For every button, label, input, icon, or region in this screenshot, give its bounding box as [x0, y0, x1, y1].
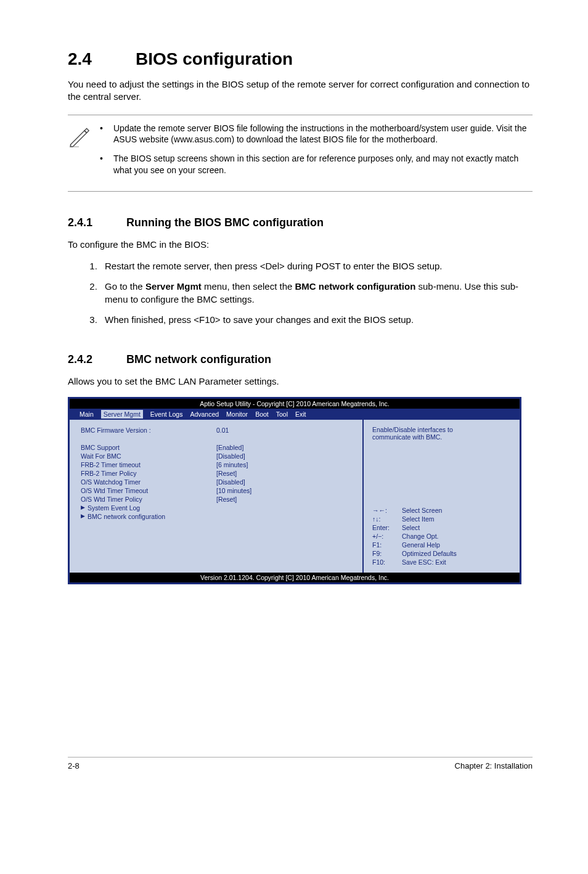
paragraph: To configure the BMC in the BIOS:: [68, 239, 533, 251]
bios-key-hint: Enter:Select: [372, 523, 511, 532]
section-title: BIOS configuration: [136, 49, 293, 68]
step-item: Restart the remote server, then press <D…: [100, 259, 533, 272]
triangle-icon: ▶: [81, 513, 85, 520]
bios-menu-item-selected[interactable]: Server Mgmt: [101, 410, 143, 419]
page-footer: 2-8 Chapter 2: Installation: [68, 757, 533, 770]
step-item: When finished, press <F10> to save your …: [100, 313, 533, 326]
bios-key-hint: F9:Optimized Defaults: [372, 549, 511, 558]
bios-help-text: Enable/Disable interfaces to: [372, 426, 511, 433]
bios-title-bar: Aptio Setup Utility - Copyright [C] 2010…: [70, 399, 520, 409]
steps-list: Restart the remote server, then press <D…: [68, 259, 533, 326]
bios-left-pane: BMC Firmware Version :0.01 BMC Support[E…: [70, 420, 364, 573]
subsection-heading: 2.4.1Running the BIOS BMC configuration: [68, 216, 533, 229]
page-number: 2-8: [68, 761, 80, 770]
bios-screenshot: Aptio Setup Utility - Copyright [C] 2010…: [68, 397, 521, 584]
note-item: The BIOS setup screens shown in this sec…: [113, 153, 533, 176]
bios-key-hint: ↑↓:Select Item: [372, 515, 511, 523]
bios-key-hint: F10:Save ESC: Exit: [372, 558, 511, 566]
bios-key-hint: F1:General Help: [372, 541, 511, 549]
bios-menu-item[interactable]: Advanced: [190, 410, 219, 418]
bios-setting-row[interactable]: BMC Firmware Version :0.01: [81, 426, 362, 435]
subsection-number: 2.4.2: [68, 353, 126, 366]
bios-setting-row[interactable]: BMC Support[Enabled]: [81, 443, 362, 452]
bios-menu-item[interactable]: Tool: [276, 410, 288, 418]
pencil-icon: [68, 123, 95, 150]
bios-setting-row[interactable]: Wait For BMC[Disabled]: [81, 452, 362, 460]
step-item: Go to the Server Mgmt menu, then select …: [100, 280, 533, 306]
bios-submenu-item[interactable]: ▶System Event Log: [81, 504, 362, 512]
bios-menu-item[interactable]: Exit: [295, 410, 306, 418]
bios-menu-item[interactable]: Event Logs: [150, 410, 183, 418]
bios-setting-row[interactable]: O/S Watchdog Timer[Disabled]: [81, 478, 362, 486]
bios-menu-item[interactable]: Main: [80, 410, 94, 418]
section-number: 2.4: [68, 49, 136, 69]
bios-setting-row[interactable]: FRB-2 Timer timeout[6 minutes]: [81, 460, 362, 469]
bios-key-hint: →←:Select Screen: [372, 506, 511, 515]
intro-paragraph: You need to adjust the settings in the B…: [68, 78, 533, 104]
subsection-heading: 2.4.2BMC network configuration: [68, 353, 533, 366]
bios-key-hint: +/−:Change Opt.: [372, 532, 511, 541]
note-block: Update the remote server BIOS file follo…: [68, 115, 533, 192]
bios-setting-row[interactable]: FRB-2 Timer Policy[Reset]: [81, 469, 362, 478]
bios-menu-bar: MainServer MgmtEvent LogsAdvancedMonitor…: [70, 409, 520, 420]
triangle-icon: ▶: [81, 504, 85, 512]
chapter-label: Chapter 2: Installation: [455, 761, 533, 770]
section-heading: 2.4BIOS configuration: [68, 49, 533, 69]
bios-setting-row[interactable]: O/S Wtd Timer Policy[Reset]: [81, 495, 362, 504]
bios-menu-item[interactable]: Monitor: [226, 410, 248, 418]
subsection-number: 2.4.1: [68, 216, 126, 229]
bios-footer-bar: Version 2.01.1204. Copyright [C] 2010 Am…: [70, 573, 520, 582]
paragraph: Allows you to set the BMC LAN Parameter …: [68, 375, 533, 388]
bios-setting-row[interactable]: O/S Wtd Timer Timeout[10 minutes]: [81, 486, 362, 495]
bios-submenu-item[interactable]: ▶BMC network configuration: [81, 512, 362, 521]
subsection-title: Running the BIOS BMC configuration: [126, 216, 324, 229]
subsection-title: BMC network configuration: [126, 353, 271, 366]
bios-help-pane: Enable/Disable interfaces to communicate…: [364, 420, 520, 573]
note-item: Update the remote server BIOS file follo…: [113, 123, 533, 146]
bios-menu-item[interactable]: Boot: [255, 410, 269, 418]
bios-help-text: communicate with BMC.: [372, 433, 511, 441]
